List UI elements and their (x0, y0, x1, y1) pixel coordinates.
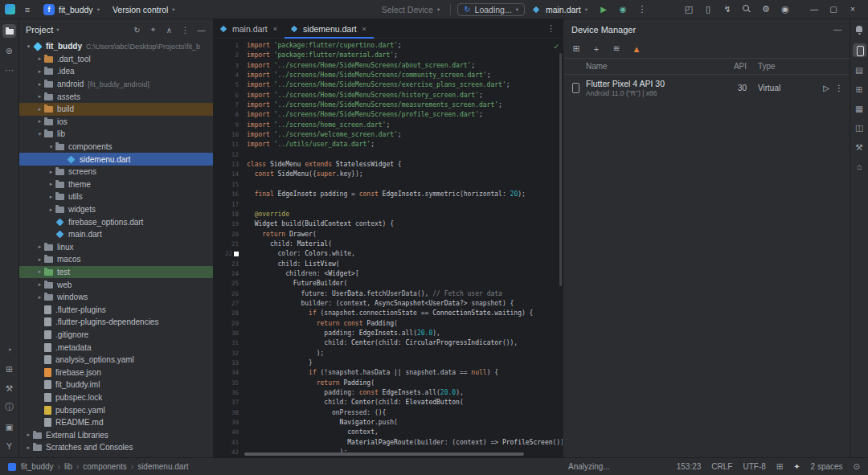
tree-item-Scratches and Consoles[interactable]: ▸Scratches and Consoles (19, 441, 213, 454)
project-tool-icon[interactable] (2, 24, 16, 38)
breadcrumb-item-sidemenu.dart[interactable]: sidemenu.dart (137, 462, 188, 471)
close-tab-icon[interactable]: × (362, 25, 366, 33)
device-file-explorer-icon[interactable]: ⌂ (853, 159, 866, 173)
more-tool-windows-icon[interactable]: ⋯ (2, 63, 16, 76)
tree-item-External Libraries[interactable]: ▸External Libraries (19, 428, 213, 441)
project-panel-title[interactable]: Project (26, 25, 53, 35)
ai-assistant-icon[interactable]: ✦ (793, 462, 800, 471)
inspections-ok-icon[interactable]: ✓ (553, 43, 559, 51)
editor-tab-sidemenu.dart[interactable]: sidemenu.dart× (285, 19, 374, 38)
search-everywhere-icon[interactable] (739, 2, 754, 17)
column-type[interactable]: Type (747, 62, 809, 71)
tree-item-pubspec.yaml[interactable]: pubspec.yaml (19, 403, 213, 416)
user-profile-icon[interactable]: ◉ (778, 2, 792, 17)
device-grid-icon[interactable]: ⊞ (571, 43, 581, 54)
column-api[interactable]: API (714, 62, 747, 71)
editor-hscrollbar[interactable] (244, 452, 524, 456)
breadcrumb-item-components[interactable]: components (83, 462, 126, 471)
settings-icon[interactable]: ⚙ (759, 2, 773, 17)
app-quality-insights-icon[interactable]: ⊞ (853, 82, 866, 96)
color-preview-swatch[interactable] (234, 252, 239, 256)
terminal-tool-icon[interactable]: ▣ (2, 420, 16, 433)
tree-item-firebase_options.dart[interactable]: firebase_options.dart (19, 215, 213, 228)
tree-item-assets[interactable]: ▸assets (19, 90, 213, 103)
hide-panel-icon[interactable]: — (833, 25, 841, 34)
tree-item-sidemenu.dart[interactable]: sidemenu.dart (19, 153, 213, 166)
tree-item-fit_buddy[interactable]: ▾fit_buddyC:\Users\abc\Desktop\Projects\… (19, 40, 213, 53)
tree-item-widgets[interactable]: ▸widgets (19, 203, 213, 216)
breadcrumb-item-lib[interactable]: lib (64, 462, 72, 471)
firebase-icon[interactable]: ▲ (632, 44, 641, 54)
device-menu-button[interactable]: ⋮ (835, 84, 843, 92)
tree-item-main.dart[interactable]: main.dart (19, 228, 213, 241)
tree-item-.dart_tool[interactable]: ▸.dart_tool (19, 53, 213, 66)
tree-item-.idea[interactable]: ▸.idea (19, 65, 213, 78)
tree-item-ios[interactable]: ▸ios (19, 116, 213, 129)
profiler-tool-icon[interactable]: ◔ (2, 342, 16, 356)
tree-item-.gitignore[interactable]: .gitignore (19, 329, 213, 342)
problems-tool-icon[interactable]: ⓘ (2, 400, 16, 414)
refresh-icon[interactable]: ↻ (132, 25, 142, 35)
select-opened-file-icon[interactable]: ⌖ (148, 25, 158, 35)
file-encoding[interactable]: UTF-8 (743, 462, 765, 471)
running-devices-icon[interactable]: ◫ (853, 121, 866, 134)
collapse-all-icon[interactable]: ∧ (164, 25, 174, 35)
version-control-tool-icon[interactable]: Y (2, 439, 16, 452)
tree-item-web[interactable]: ▸web (19, 278, 213, 291)
tree-item-components[interactable]: ▾components (19, 141, 213, 154)
tree-item-theme[interactable]: ▸theme (19, 178, 213, 191)
column-name[interactable]: Name (570, 62, 714, 71)
line-separator[interactable]: CRLF (711, 462, 732, 471)
maximize-button[interactable]: ▢ (825, 2, 842, 17)
app-inspection-tool-icon[interactable]: ⊞ (2, 362, 16, 375)
tree-item-linux[interactable]: ▸linux (19, 241, 213, 254)
device-row[interactable]: Flutter Pixel 4 API 30Android 11.0 ("R")… (563, 75, 850, 101)
tree-item-test[interactable]: ▸test (19, 266, 213, 279)
resource-manager-icon[interactable]: ▦ (853, 101, 866, 115)
more-actions-icon[interactable]: ⋮ (635, 2, 649, 17)
main-menu-icon[interactable]: ≡ (20, 2, 35, 17)
editor-layout-icon[interactable]: ⊞ (776, 462, 783, 471)
logcat-icon[interactable]: ▤ (853, 63, 866, 76)
tree-item-.flutter-plugins-dependencies[interactable]: .flutter-plugins-dependencies (19, 316, 213, 329)
device-mirroring-icon[interactable]: ◰ (682, 2, 696, 17)
hide-panel-icon[interactable]: — (196, 25, 207, 35)
indent-setting[interactable]: 2 spaces (811, 462, 843, 471)
tree-item-README.md[interactable]: README.md (19, 416, 213, 429)
tree-item-.flutter-plugins[interactable]: .flutter-plugins (19, 303, 213, 316)
notifications-icon[interactable] (853, 24, 866, 38)
tree-item-pubspec.lock[interactable]: pubspec.lock (19, 391, 213, 404)
tree-item-.metadata[interactable]: .metadata (19, 341, 213, 354)
close-button[interactable]: × (844, 2, 862, 17)
pair-wifi-icon[interactable]: ≋ (612, 43, 621, 54)
minimize-button[interactable]: — (805, 2, 823, 17)
run-button[interactable]: ▶ (596, 2, 611, 17)
editor-tab-main.dart[interactable]: main.dart× (214, 19, 285, 38)
loading-dropdown[interactable]: ↻ Loading... ▾ (457, 3, 525, 16)
vcs-widget[interactable]: Version control ▾ (108, 3, 179, 16)
tree-item-build[interactable]: ▸build (19, 103, 213, 116)
device-manager-icon[interactable] (853, 43, 866, 57)
tree-item-android[interactable]: ▸android[fit_buddy_android] (19, 78, 213, 91)
tree-item-firebase.json[interactable]: firebase.json (19, 366, 213, 379)
project-selector[interactable]: f fit_buddy ▾ (39, 2, 104, 17)
launch-device-button[interactable]: ▷ (823, 84, 829, 92)
add-device-icon[interactable]: + (592, 44, 601, 54)
editor-vscrollbar[interactable] (559, 53, 562, 286)
breadcrumb-item-fit_buddy[interactable]: fit_buddy (21, 462, 54, 471)
caret-position[interactable]: 153:23 (677, 462, 702, 471)
run-config-selector[interactable]: main.dart ▾ (530, 3, 592, 16)
close-tab-icon[interactable]: × (273, 25, 277, 33)
tab-options-icon[interactable]: ⋮ (539, 19, 563, 38)
build-tool-icon[interactable]: ⚒ (2, 381, 16, 395)
lock-icon[interactable]: ⊙ (854, 462, 860, 471)
instant-run-icon[interactable]: ↯ (720, 2, 735, 17)
debug-button[interactable]: ◉ (616, 2, 630, 17)
tree-item-screens[interactable]: ▸screens (19, 166, 213, 178)
tree-item-analysis_options.yaml[interactable]: analysis_options.yaml (19, 354, 213, 366)
tree-item-fit_buddy.iml[interactable]: fit_buddy.iml (19, 379, 213, 391)
editor-body[interactable]: 1234567891011121314151617181920212223242… (214, 39, 563, 457)
build-variants-icon[interactable]: ⚒ (853, 140, 866, 154)
device-selector[interactable]: Select Device ▾ (378, 3, 444, 16)
tree-item-windows[interactable]: ▸windows (19, 291, 213, 304)
